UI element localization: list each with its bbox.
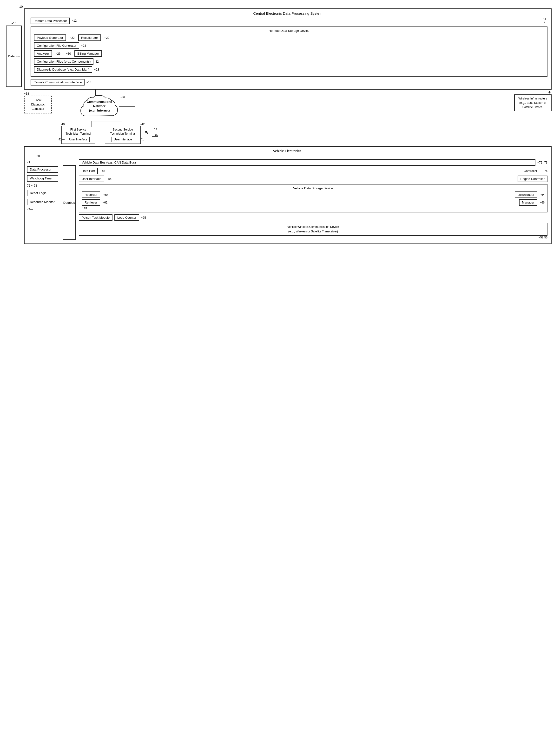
rdsd-row1: Payload Generator ~22 Recalibrator ~20 — [34, 35, 544, 41]
vehicle-databus-container: Databus — [62, 159, 76, 240]
recorder-box: Recorder — [82, 191, 100, 198]
rci-ref: ~18 — [86, 81, 91, 84]
ret-ref62: ~62 — [103, 201, 107, 204]
dp-ref: ~48 — [100, 169, 105, 173]
second-terminal-ref: ~42 — [140, 123, 144, 126]
analyzer-box: Analyzer — [34, 50, 52, 57]
cfg-ref: ~23 — [81, 44, 86, 47]
network-ref: ~36 — [120, 96, 125, 99]
recal-ref: ~20 — [104, 36, 109, 40]
comm-network-cloud: Communications Network (e.g., Internet) … — [79, 95, 119, 122]
signal-ref-11: 11 — [154, 128, 157, 131]
databus-container: ~16 Databus — [6, 22, 22, 87]
retriever-box: Retriever — [82, 199, 100, 206]
vehicle-right-col: Vehicle Data Bus (e.g., CAN Data Bus) ~7… — [79, 159, 547, 239]
rdsd-row2: Configuration File Generator ~23 — [34, 42, 544, 49]
local-diag-ref: ~38 — [24, 92, 29, 95]
ctrl-ref: ~74 — [543, 169, 547, 173]
billing-manager-box: Billing Manager — [75, 50, 102, 57]
controller-box: Controller — [521, 168, 540, 174]
mgr-ref: ~66 — [540, 201, 545, 204]
vdb-ref72: ~72 — [537, 161, 542, 164]
vehicle-left-col: 71— Data Processor Watchdog Timer 72 ~ 7… — [27, 160, 61, 211]
ptm-row: Poison Task Module Loop Counter ~75 — [79, 214, 547, 221]
databus-ref-label: ~16 — [11, 22, 16, 25]
rdsd-row3: Analyzer ~26 ~30 Billing Manager — [34, 50, 544, 57]
dashed-line-local-to-terminal — [52, 114, 66, 114]
data-processor-box: Data Processor — [27, 166, 58, 173]
recalibrator-box: Recalibrator — [78, 35, 101, 41]
loop-counter-box: Loop Counter — [115, 214, 139, 221]
databus-label: Databus — [8, 55, 20, 58]
first-terminal-box: First Service Technician Terminal User I… — [61, 126, 95, 144]
diagnostic-db-box: Diagnostic Database (e.g., Data Mart) — [34, 66, 92, 73]
data-port-box: Data Port — [79, 168, 98, 174]
remote-comms-box: Remote Communications Interface — [31, 79, 84, 85]
diagram-page: 10 — ~16 Databus Central Electronic Data… — [5, 5, 555, 249]
second-terminal-box: Second Service Technician Terminal User … — [105, 126, 141, 144]
signal-wave: ∿ — [144, 129, 148, 135]
second-terminal-ui: User Interface — [112, 137, 134, 142]
analyzer-ref: ~26 — [56, 52, 60, 55]
local-diagnostic-computer: Local Diagnostic Computer — [24, 96, 52, 114]
rdsd-box: Remote Data Storage Device Payload Gener… — [31, 26, 547, 77]
network-label: Communications Network (e.g., Internet) — [79, 100, 119, 113]
downloader-box: Downloader — [515, 191, 537, 198]
central-system-box: Central Electronic Data Processing Syste… — [24, 8, 552, 89]
resource-monitor-box: Resource Monitor — [27, 199, 58, 205]
remote-data-processor-box: Remote Data Processor — [31, 18, 70, 24]
wireless-infra-box: Wireless Infrastructure (e.g., Base Stat… — [514, 95, 552, 111]
first-terminal-ref: 40 — [61, 123, 64, 126]
config-files-box: Configuration Files (e.g., Components) — [34, 58, 94, 65]
lc-ref: ~75 — [141, 216, 146, 219]
billing-ref2: ~30 — [66, 52, 71, 55]
rec-ref: ~60 — [103, 193, 107, 197]
middle-section: Local Diagnostic Computer ~38 Communicat… — [24, 89, 552, 145]
central-system-title: Central Electronic Data Processing Syste… — [28, 11, 547, 15]
first-terminal-ui: User Interface — [67, 137, 89, 142]
rdsd-row5: Diagnostic Database (e.g., Data Mart) ~2… — [34, 66, 544, 73]
vehicle-ref-71: 71— — [27, 160, 61, 164]
vwcd-box: Vehicle Wireless Communication Device (e… — [79, 223, 547, 236]
rdsd-title: Remote Data Storage Device — [34, 29, 544, 33]
vdsd-box: Vehicle Data Storage Device Recorder ~60… — [79, 184, 547, 212]
vehicle-ref-50: 50 — [37, 155, 547, 158]
vehicle-databus-box: Databus — [63, 165, 76, 240]
dl-ref: ~64 — [540, 193, 545, 197]
line-net-horiz — [92, 121, 122, 121]
vwcd-refs: ~58 56 — [79, 236, 547, 239]
vehicle-ref-74: 74— — [27, 208, 61, 211]
vehicle-title: Vehicle Electronics — [27, 149, 547, 153]
second-terminal-ui-ref: 41 — [141, 138, 144, 141]
vdb-ref73: 73 — [544, 161, 547, 164]
rdp-ref: ~12 — [72, 19, 77, 22]
vdsd-row2: Retriever ~62 Manager ~66 — [82, 199, 545, 206]
watchdog-timer-box: Watchdog Timer — [27, 175, 58, 182]
vdb-box: Vehicle Data Bus (e.g., CAN Data Bus) — [79, 159, 536, 166]
rdsd-row4: Configuration Files (e.g., Components) 3… — [34, 58, 544, 65]
remote-data-processor-row: Remote Data Processor ~12 14↗ — [31, 17, 547, 24]
diag-db-ref: ~28 — [94, 68, 99, 71]
line-net-down-right — [122, 121, 122, 127]
ret-ref65: ~65 — [82, 206, 545, 209]
line-ref-46: —46 — [152, 134, 158, 137]
reset-refs: 72 ~ 73 — [27, 184, 61, 187]
pg-ref: ~22 — [69, 36, 75, 40]
dashed-vline-local — [38, 115, 38, 140]
vehicle-content: 71— Data Processor Watchdog Timer 72 ~ 7… — [27, 159, 547, 240]
top-ref-label: 10 — [19, 5, 23, 8]
payload-generator-box: Payload Generator — [34, 35, 66, 41]
top-ref-dash: — — [24, 5, 27, 8]
config-files-ref: 32 — [95, 60, 99, 63]
vdb-row: Vehicle Data Bus (e.g., CAN Data Bus) ~7… — [79, 159, 547, 166]
wireless-ref: 44 — [548, 91, 552, 94]
line-net-wireless — [119, 106, 135, 107]
config-file-generator-box: Configuration File Generator — [34, 42, 79, 49]
remote-comms-row: Remote Communications Interface ~18 — [31, 79, 547, 85]
engine-controller-box: Engine Controller — [518, 176, 547, 182]
dp-ctrl-row: Data Port ~48 Controller ~74 — [79, 168, 547, 174]
reset-logic-box: Reset Logic — [27, 190, 58, 196]
ui-ref: ~54 — [107, 177, 112, 181]
vehicle-section: Vehicle Electronics 50 71— Data Processo… — [24, 146, 552, 244]
vehicle-databus-label: Databus — [63, 201, 75, 204]
